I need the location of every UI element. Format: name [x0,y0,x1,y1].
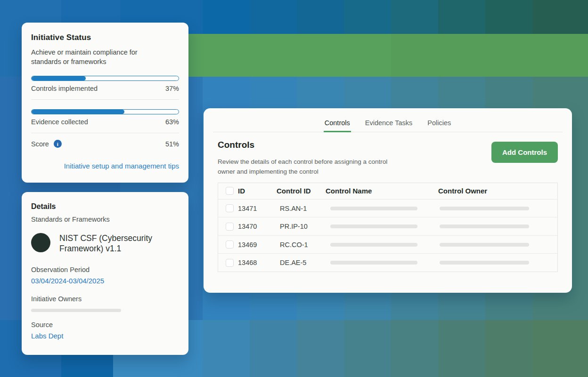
panel-header: Controls Review the details of each cont… [204,132,572,177]
background-tile [297,320,344,377]
background-tile [532,320,588,377]
column-header-control-owner: Control Owner [438,187,557,195]
observation-period-link[interactable]: 03/04/2024-03/04/2025 [31,277,104,285]
row-control-id: DE.AE-5 [277,259,326,266]
frameworks-label: Standards or Frameworks [31,216,179,223]
select-all-checkbox[interactable] [226,187,234,195]
initiative-tips-link[interactable]: Initiative setup and management tips [31,162,179,170]
control-name-placeholder-bar [330,243,417,247]
row-id: 13468 [238,259,277,266]
background-tile [391,0,438,34]
background-tile [485,320,532,377]
row-checkbox[interactable] [226,223,234,231]
control-owner-placeholder-bar [440,225,529,228]
background-tile [438,320,485,377]
source-link[interactable]: Labs Dept [31,332,63,340]
row-control-id: PR.IP-10 [277,223,326,230]
background-tile [391,34,588,77]
row-checkbox[interactable] [226,241,234,249]
progress-fill-evidence [32,110,124,114]
panel-title: Controls [218,140,404,150]
background-tile [250,320,297,377]
framework-row: NIST CSF (Cybersecurity Framework) v1.1 [31,233,179,254]
score-label: Score [31,140,49,148]
score-value: 51% [165,140,179,148]
progress-bar-evidence [31,109,179,114]
metric-label: Controls implemented [31,85,98,92]
tabs-bar: Controls Evidence Tasks Policies [204,108,572,132]
panel-description: Review the details of each control befor… [218,157,404,177]
control-owner-placeholder-bar [440,207,529,210]
add-controls-button[interactable]: Add Controls [491,142,558,163]
background-tile [485,0,532,34]
background-tile [203,320,250,377]
control-name-placeholder-bar [330,207,417,210]
background-tile [344,320,391,377]
initiative-status-title: Initiative Status [31,33,179,42]
metric-value: 63% [165,118,179,126]
background-tile [344,0,391,34]
control-name-placeholder-bar [330,225,417,228]
row-id: 13469 [238,241,277,249]
row-control-id: RC.CO-1 [277,241,326,249]
framework-logo-icon [31,233,50,252]
score-row: Score i 51% [31,140,179,148]
info-icon[interactable]: i [54,140,62,148]
divider [31,99,179,100]
control-owner-placeholder-bar [440,243,529,247]
column-header-control-name: Control Name [326,187,438,195]
control-name-placeholder-bar [330,261,417,265]
metric-evidence-collected: Evidence collected 63% [31,109,179,126]
background-tile [532,0,588,34]
table-header-row: ID Control ID Control Name Control Owner [218,183,557,199]
initiative-owners-label: Initiative Owners [31,295,179,303]
controls-table: ID Control ID Control Name Control Owner… [218,183,558,272]
background-tile [250,0,297,34]
row-id: 13471 [238,205,277,212]
background-tile [297,0,344,34]
row-control-id: RS.AN-1 [277,205,326,212]
initiative-status-card: Initiative Status Achieve or maintain co… [22,23,188,183]
control-owner-placeholder-bar [440,261,529,265]
row-checkbox[interactable] [226,204,234,212]
details-title: Details [31,202,179,211]
table-row[interactable]: 13471 RS.AN-1 [218,199,557,217]
background-tile [188,34,391,77]
tab-controls[interactable]: Controls [324,115,351,132]
owner-placeholder-bar [31,309,121,312]
metric-value: 37% [165,85,179,92]
row-id: 13470 [238,223,277,230]
metric-controls-implemented: Controls implemented 37% [31,76,179,92]
table-row[interactable]: 13469 RC.CO-1 [218,235,557,254]
tab-policies[interactable]: Policies [426,115,452,132]
source-label: Source [31,321,179,329]
metric-label: Evidence collected [31,118,88,126]
table-row[interactable]: 13470 PR.IP-10 [218,217,557,235]
observation-period-label: Observation Period [31,266,179,273]
background-tile [391,320,438,377]
progress-bar-controls [31,76,179,81]
initiative-description: Achieve or maintain compliance for stand… [31,48,149,66]
details-card: Details Standards or Frameworks NIST CSF… [22,192,188,355]
tab-evidence-tasks[interactable]: Evidence Tasks [364,115,413,132]
background-tile [438,0,485,34]
progress-fill-controls [32,76,86,80]
divider [31,133,179,133]
column-header-id: ID [238,187,277,195]
table-row[interactable]: 13468 DE.AE-5 [218,253,557,272]
background-tile [203,0,250,34]
controls-panel: Controls Evidence Tasks Policies Control… [204,108,572,293]
row-checkbox[interactable] [226,259,234,267]
column-header-control-id: Control ID [277,187,326,195]
framework-name: NIST CSF (Cybersecurity Framework) v1.1 [59,233,170,254]
